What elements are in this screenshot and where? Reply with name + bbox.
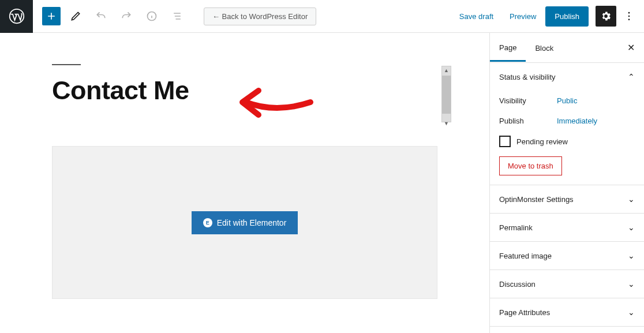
pending-review-checkbox[interactable]: Pending review <box>499 131 635 156</box>
chevron-down-icon: ⌄ <box>628 251 635 260</box>
panel-permalink-title: Permalink <box>499 223 533 232</box>
edit-with-elementor-button[interactable]: E Edit with Elementor <box>192 211 298 234</box>
more-options-button[interactable] <box>619 6 639 27</box>
chevron-down-icon: ⌄ <box>628 223 635 232</box>
tab-page[interactable]: Page <box>490 34 526 62</box>
scroll-up-icon[interactable]: ▲ <box>441 66 451 75</box>
publish-button[interactable]: Publish <box>545 6 589 27</box>
move-to-trash-button[interactable]: Move to trash <box>499 156 562 175</box>
publish-label: Publish <box>499 117 557 125</box>
chevron-down-icon: ⌄ <box>628 308 635 317</box>
svg-point-4 <box>628 19 630 21</box>
info-button[interactable] <box>141 6 162 27</box>
publish-value[interactable]: Immediately <box>557 117 597 125</box>
panel-status-visibility[interactable]: Status & visibility ⌃ <box>490 63 644 91</box>
visibility-value[interactable]: Public <box>557 96 577 105</box>
elementor-placeholder: E Edit with Elementor <box>52 146 437 299</box>
elementor-icon: E <box>203 218 212 227</box>
annotation-arrow-icon <box>235 85 316 127</box>
outline-button[interactable] <box>167 6 188 27</box>
visibility-label: Visibility <box>499 96 557 105</box>
preview-button[interactable]: Preview <box>503 8 543 25</box>
chevron-down-icon: ⌄ <box>628 279 635 289</box>
settings-button[interactable] <box>596 6 616 27</box>
add-block-button[interactable] <box>42 7 61 25</box>
wordpress-logo[interactable] <box>0 0 33 33</box>
panel-permalink[interactable]: Permalink ⌄ <box>490 214 644 241</box>
svg-point-2 <box>628 12 630 14</box>
panel-featured-title: Featured image <box>499 252 552 260</box>
chevron-down-icon: ⌄ <box>628 194 635 204</box>
pending-review-label: Pending review <box>516 137 568 146</box>
save-draft-button[interactable]: Save draft <box>452 8 500 25</box>
panel-optin-title: OptinMonster Settings <box>499 195 574 204</box>
pending-review-input[interactable] <box>499 136 511 147</box>
panel-discussion-title: Discussion <box>499 280 536 289</box>
redo-button[interactable] <box>116 6 137 27</box>
elementor-button-label: Edit with Elementor <box>217 218 287 227</box>
back-to-wp-editor-button[interactable]: ← Back to WordPress Editor <box>204 8 316 25</box>
panel-attributes-title: Page Attributes <box>499 308 550 317</box>
chevron-up-icon: ⌃ <box>628 72 635 81</box>
panel-status-title: Status & visibility <box>499 73 556 81</box>
panel-page-attributes[interactable]: Page Attributes ⌄ <box>490 298 644 326</box>
title-rule <box>52 64 81 65</box>
tab-block[interactable]: Block <box>526 35 563 61</box>
undo-button[interactable] <box>91 6 111 27</box>
panel-optinmonster[interactable]: OptinMonster Settings ⌄ <box>490 185 644 213</box>
scroll-down-icon[interactable]: ▼ <box>441 119 451 128</box>
close-sidebar-button[interactable]: ✕ <box>618 33 644 62</box>
svg-point-3 <box>628 16 630 17</box>
panel-featured-image[interactable]: Featured image ⌄ <box>490 242 644 270</box>
editor-canvas: Contact Me E Edit with Elementor ▲ ▼ <box>0 33 489 333</box>
modes-button[interactable] <box>65 6 86 27</box>
settings-sidebar: Page Block ✕ Status & visibility ⌃ Visib… <box>489 33 644 333</box>
panel-discussion[interactable]: Discussion ⌄ <box>490 270 644 298</box>
